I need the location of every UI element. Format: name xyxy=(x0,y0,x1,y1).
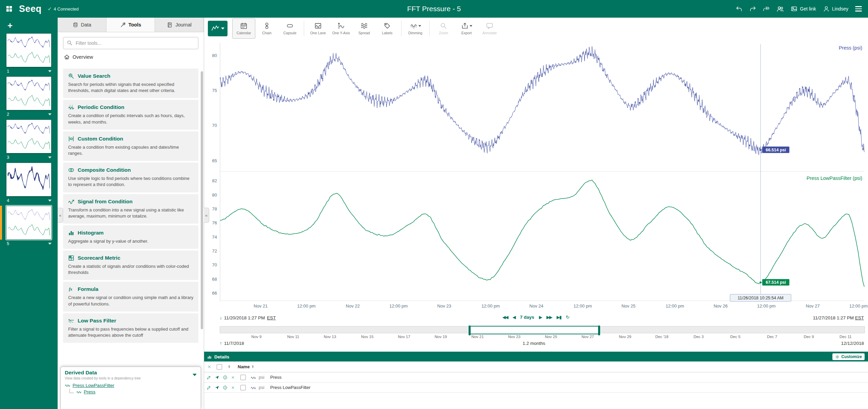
overview-tick-label: Nov 25 xyxy=(545,335,557,339)
x-tick-label: 12:00 pm xyxy=(389,303,408,309)
item-name[interactable]: Press xyxy=(270,372,281,382)
collapse-worksheets-handle[interactable]: « xyxy=(58,208,63,223)
tool-histogram[interactable]: HistogramAggregate a signal by y-value o… xyxy=(63,225,198,249)
tool-scorecard-metric[interactable]: Scorecard MetricCreate a statistic of si… xyxy=(63,250,198,280)
range-end-tz[interactable]: EST xyxy=(855,315,864,320)
tab-tools[interactable]: Tools xyxy=(106,18,155,32)
add-worksheet-button[interactable]: + xyxy=(0,18,58,31)
tool-value-search[interactable]: Value SearchSearch for periods within si… xyxy=(63,69,198,98)
overview-tick-label: Nov 27 xyxy=(581,335,594,339)
overview-brush[interactable] xyxy=(470,326,599,334)
trend-chart[interactable]: 65707580Press (psi)666870727476788082Pre… xyxy=(204,39,868,313)
toolbar-one-y-axis-button[interactable]: One Y-Axis xyxy=(330,18,353,39)
worksheet-thumbnail[interactable] xyxy=(6,119,52,153)
details-row-press-lowpassfilter[interactable]: psiPress LowPassFilterPump 12 xyxy=(204,383,868,393)
worksheet-thumbnail[interactable] xyxy=(6,33,52,67)
customize-button[interactable]: Customize xyxy=(832,353,865,360)
worksheet-thumbnail[interactable] xyxy=(6,206,52,240)
x-tick-label: 12:00 pm xyxy=(757,303,775,309)
item-name[interactable]: Press LowPassFilter xyxy=(270,383,310,392)
step-forward-fast-button[interactable]: ▶▶ xyxy=(546,315,552,320)
remove-all-icon[interactable] xyxy=(207,361,212,372)
brush-right-handle[interactable] xyxy=(598,326,600,335)
redo-button[interactable] xyxy=(749,5,756,12)
chevron-down-icon[interactable] xyxy=(48,156,52,159)
sort-icon[interactable]: ▲▼ xyxy=(226,361,231,372)
derived-item-child[interactable]: Press xyxy=(65,389,197,395)
filter-tools-input[interactable] xyxy=(63,37,198,49)
overview-tick-label: Nov 13 xyxy=(324,335,336,339)
chevron-down-icon[interactable] xyxy=(48,243,52,245)
overview-start-date[interactable]: 11/7/2018 xyxy=(224,341,244,346)
range-end[interactable]: 11/27/2018 1:27 PM xyxy=(813,315,854,320)
tab-data[interactable]: Data xyxy=(58,18,106,32)
hamburger-menu[interactable] xyxy=(855,5,862,13)
y-tick-label: 80 xyxy=(212,53,217,58)
worksheet-item-2[interactable]: 2 xyxy=(0,76,58,117)
remove-icon[interactable] xyxy=(231,383,235,392)
tools-panel: DataToolsJournal Overview Value SearchSe… xyxy=(58,18,204,409)
worksheet-item-4[interactable]: 4 xyxy=(0,162,58,204)
duration-button[interactable]: 7 days xyxy=(520,315,534,320)
refresh-button[interactable]: ↻ xyxy=(566,315,570,320)
toolbar-calendar-button[interactable]: Calendar xyxy=(232,18,255,39)
remove-icon[interactable] xyxy=(231,372,235,382)
tool-formula[interactable]: fxFormulaCreate a new signal or conditio… xyxy=(63,282,198,311)
worksheet-item-3[interactable]: 3 xyxy=(0,119,58,161)
undo-button[interactable] xyxy=(736,5,743,12)
toolbar-labels-button[interactable]: Labels xyxy=(376,18,399,39)
chevron-down-icon[interactable] xyxy=(48,200,52,202)
worksheet-item-1[interactable]: 1 xyxy=(0,33,58,74)
fast-forward-button[interactable] xyxy=(763,5,770,12)
edit-icon[interactable] xyxy=(206,383,211,392)
tools-overview-link[interactable]: Overview xyxy=(58,51,204,63)
chevron-down-icon[interactable] xyxy=(48,113,52,115)
toolbar-capsule-button[interactable]: Capsule xyxy=(278,18,301,39)
users-button[interactable] xyxy=(776,5,784,13)
overview-end-date[interactable]: 12/12/2018 xyxy=(841,341,864,346)
collapse-tools-handle[interactable]: « xyxy=(204,208,209,223)
app-grid-icon[interactable] xyxy=(5,5,13,13)
get-link-button[interactable]: Get link xyxy=(791,5,816,12)
info-icon[interactable] xyxy=(223,383,228,392)
toolbar-spread-button[interactable]: Spread xyxy=(353,18,376,39)
send-icon[interactable] xyxy=(215,383,219,392)
worksheet-thumbnail[interactable] xyxy=(6,76,52,110)
trend-icon xyxy=(211,24,219,33)
overview-duration[interactable]: 1.2 months xyxy=(522,341,545,346)
chevron-down-icon[interactable] xyxy=(48,70,52,72)
zoom-icon xyxy=(440,22,447,30)
toolbar-one-lane-button[interactable]: One Lane xyxy=(307,18,330,39)
user-menu[interactable]: Lindsey xyxy=(823,5,848,12)
worksheet-thumbnail[interactable] xyxy=(6,163,52,197)
toolbar-dimming-button[interactable]: Dimming xyxy=(404,18,427,39)
connection-status[interactable]: ✓ 4 Connected xyxy=(48,6,79,12)
info-icon[interactable] xyxy=(223,372,228,382)
tool-composite-condition[interactable]: Composite ConditionUse simple logic to f… xyxy=(63,163,198,192)
tools-scrollbar[interactable] xyxy=(201,71,203,329)
step-back-fast-button[interactable]: ◀◀ xyxy=(502,315,508,320)
step-back-button[interactable]: ◀ xyxy=(512,315,515,320)
toolbar-chain-button[interactable]: Chain xyxy=(255,18,278,39)
step-to-end-button[interactable]: ▶▮ xyxy=(556,315,561,320)
derived-data-header[interactable]: Derived Data View data created by tools … xyxy=(65,370,197,380)
derived-item[interactable]: Press LowPassFilter xyxy=(65,383,197,388)
column-name[interactable]: Name▲▼ xyxy=(238,361,254,372)
worksheet-item-5[interactable]: 5 xyxy=(0,205,58,247)
send-icon[interactable] xyxy=(215,372,219,382)
tool-signal-from-condition[interactable]: Signal from ConditionTransform a conditi… xyxy=(63,194,198,224)
tool-periodic-condition[interactable]: Periodic ConditionCreate a condition of … xyxy=(63,100,198,129)
details-row-press[interactable]: psiPressPump 11 xyxy=(204,372,868,383)
tool-custom-condition[interactable]: Custom ConditionCreate a condition from … xyxy=(63,131,198,161)
worksheet-number: 1 xyxy=(7,69,9,74)
overview-track[interactable] xyxy=(220,326,865,333)
tab-journal[interactable]: Journal xyxy=(155,18,204,32)
edit-icon[interactable] xyxy=(206,372,211,382)
overview-tick-label: Nov 11 xyxy=(287,335,299,339)
y-tick-label: 70 xyxy=(212,262,217,267)
chart-type-button[interactable] xyxy=(208,21,228,36)
tool-low-pass-filter[interactable]: Low Pass FilterFilter a signal to pass f… xyxy=(63,313,198,343)
toolbar-export-button[interactable]: Export xyxy=(455,18,478,39)
step-forward-button[interactable]: ▶ xyxy=(539,315,541,320)
brush-left-handle[interactable] xyxy=(469,326,471,335)
